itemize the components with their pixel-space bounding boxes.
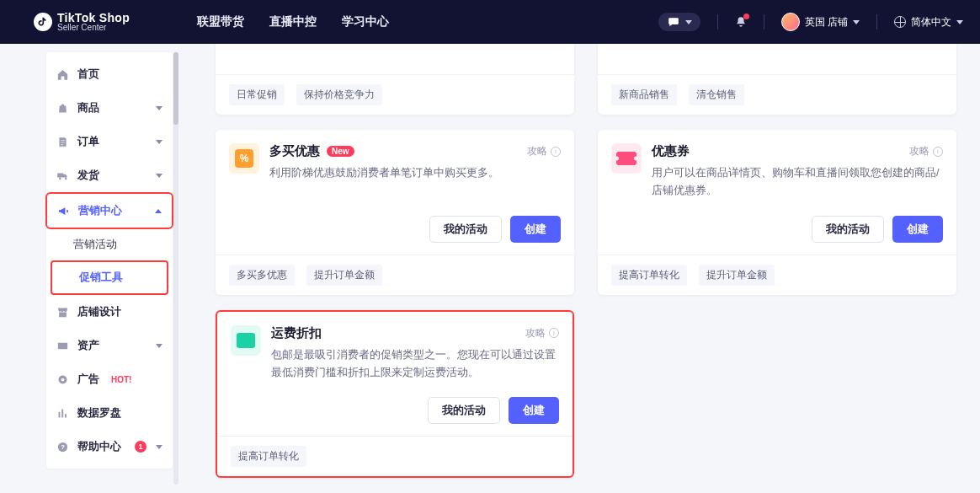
my-activity-button[interactable]: 我的活动 — [812, 216, 884, 243]
tag: 新商品销售 — [611, 84, 677, 105]
sidebar-scrollbar[interactable] — [173, 52, 178, 485]
sidebar-label: 数据罗盘 — [77, 405, 121, 421]
chevron-down-icon — [156, 344, 162, 348]
tag: 提升订单金额 — [306, 265, 382, 286]
promo-card-multibuy: % 多买优惠 New 攻略 i 利用阶梯优惠鼓励消费者单笔订单中购买更多。 — [216, 130, 574, 295]
brand-logo[interactable]: TikTok Shop Seller Center — [34, 12, 130, 32]
shipping-icon — [231, 325, 261, 356]
topnav-affiliate[interactable]: 联盟带货 — [197, 14, 244, 29]
sidebar-item-store-design[interactable]: 店铺设计 — [46, 295, 173, 329]
notification-dot-icon — [743, 13, 749, 19]
sidebar-item-ads[interactable]: 广告 HOT! — [46, 362, 173, 396]
tag: 清仓销售 — [689, 84, 744, 105]
sidebar: 首页 商品 订单 发货 营销中心 — [46, 52, 173, 469]
tag: 提升订单金额 — [699, 265, 775, 286]
top-bar: TikTok Shop Seller Center 联盟带货 直播中控 学习中心… — [0, 0, 980, 44]
sidebar-item-data[interactable]: 数据罗盘 — [46, 396, 173, 430]
sidebar-sub-promo-tools[interactable]: 促销工具 — [52, 262, 167, 293]
globe-icon — [894, 16, 906, 28]
card-description: 利用阶梯优惠鼓励消费者单笔订单中购买更多。 — [269, 164, 561, 182]
truck-icon — [56, 169, 69, 182]
chart-icon — [56, 407, 69, 420]
brand-title-bottom: Seller Center — [57, 24, 130, 32]
discount-icon: % — [229, 143, 259, 174]
tag: 提高订单转化 — [611, 265, 687, 286]
messages-chip[interactable] — [658, 13, 700, 31]
topnav-learn[interactable]: 学习中心 — [342, 14, 389, 29]
tag: 日常促销 — [229, 84, 285, 105]
chevron-down-icon — [156, 106, 162, 110]
topnav-live[interactable]: 直播中控 — [269, 14, 317, 29]
top-nav: 联盟带货 直播中控 学习中心 — [197, 14, 389, 29]
megaphone-icon — [57, 205, 70, 217]
create-button[interactable]: 创建 — [509, 397, 559, 424]
svg-text:?: ? — [61, 443, 65, 451]
info-icon: i — [549, 328, 559, 338]
document-icon — [56, 136, 69, 148]
info-icon: i — [933, 147, 943, 157]
brand-title-top: TikTok Shop — [57, 12, 130, 24]
message-icon — [667, 16, 680, 28]
promo-card-shipping: 运费折扣 攻略 i 包邮是最吸引消费者的促销类型之一。您现在可以通过设置最低消费… — [216, 310, 574, 479]
bag-icon — [56, 102, 69, 115]
main-content: 日常促销 保持价格竞争力 新商品销售 清仓销售 % — [185, 44, 980, 493]
language-label: 简体中文 — [911, 15, 951, 29]
promo-card-stub-right: 新商品销售 清仓销售 — [598, 44, 956, 115]
my-activity-button[interactable]: 我的活动 — [428, 397, 500, 424]
notifications-button[interactable] — [735, 15, 747, 29]
sidebar-item-orders[interactable]: 订单 — [46, 125, 173, 158]
avatar-icon — [781, 13, 800, 31]
card-description: 用户可以在商品详情页、购物车和直播间领取您创建的商品/店铺优惠券。 — [652, 164, 943, 201]
divider — [764, 14, 764, 29]
promo-card-stub-left: 日常促销 保持价格竞争力 — [216, 44, 574, 115]
sidebar-item-shipping[interactable]: 发货 — [46, 158, 173, 192]
chevron-down-icon — [853, 20, 860, 24]
chevron-down-icon — [156, 445, 162, 449]
sidebar-item-home[interactable]: 首页 — [46, 57, 173, 91]
chevron-down-icon — [156, 140, 162, 144]
card-title: 优惠券 — [652, 143, 690, 159]
help-icon: ? — [56, 441, 69, 453]
card-title: 多买优惠 — [269, 143, 320, 159]
sidebar-label: 店铺设计 — [77, 304, 121, 319]
strategy-link[interactable]: 攻略 i — [525, 326, 559, 340]
language-switcher[interactable]: 简体中文 — [894, 15, 963, 29]
coupon-icon — [611, 143, 642, 174]
create-button[interactable]: 创建 — [892, 216, 943, 243]
promo-card-coupon: 优惠券 攻略 i 用户可以在商品详情页、购物车和直播间领取您创建的商品/店铺优惠… — [598, 130, 956, 295]
store-switcher[interactable]: 英国 店铺 — [781, 13, 860, 31]
sidebar-label: 广告 — [77, 372, 99, 387]
card-icon — [56, 340, 69, 352]
info-icon: i — [551, 147, 561, 157]
sidebar-label: 发货 — [77, 168, 99, 183]
home-icon — [56, 68, 69, 81]
strategy-link[interactable]: 攻略 i — [527, 144, 561, 158]
target-icon — [56, 373, 69, 386]
tag: 保持价格竞争力 — [296, 84, 382, 105]
divider — [876, 14, 877, 29]
sidebar-label: 商品 — [77, 100, 99, 115]
sidebar-wrap: 首页 商品 订单 发货 营销中心 — [0, 44, 185, 493]
sidebar-label: 订单 — [77, 134, 99, 149]
my-activity-button[interactable]: 我的活动 — [429, 216, 502, 243]
card-description: 包邮是最吸引消费者的促销类型之一。您现在可以通过设置最低消费门槛和折扣上限来定制… — [271, 346, 559, 383]
tiktok-icon — [34, 13, 52, 31]
store-label: 英国 店铺 — [805, 15, 848, 29]
help-badge: 1 — [135, 441, 146, 453]
strategy-link[interactable]: 攻略 i — [909, 144, 943, 158]
hot-badge: HOT! — [111, 375, 131, 384]
sidebar-item-marketing[interactable]: 营销中心 — [47, 194, 172, 228]
sidebar-label: 帮助中心 — [77, 439, 121, 454]
store-icon — [56, 306, 69, 319]
sidebar-sub-activities[interactable]: 营销活动 — [46, 229, 173, 260]
chevron-down-icon — [685, 20, 692, 24]
sidebar-item-products[interactable]: 商品 — [46, 91, 173, 125]
sidebar-label: 营销中心 — [78, 203, 122, 218]
svg-point-1 — [61, 378, 65, 381]
new-badge: New — [327, 146, 354, 157]
sidebar-item-assets[interactable]: 资产 — [46, 329, 173, 362]
sidebar-item-help[interactable]: ? 帮助中心 1 — [46, 430, 173, 464]
chevron-up-icon — [155, 209, 162, 213]
create-button[interactable]: 创建 — [510, 216, 561, 243]
top-right: 英国 店铺 简体中文 — [658, 13, 963, 31]
